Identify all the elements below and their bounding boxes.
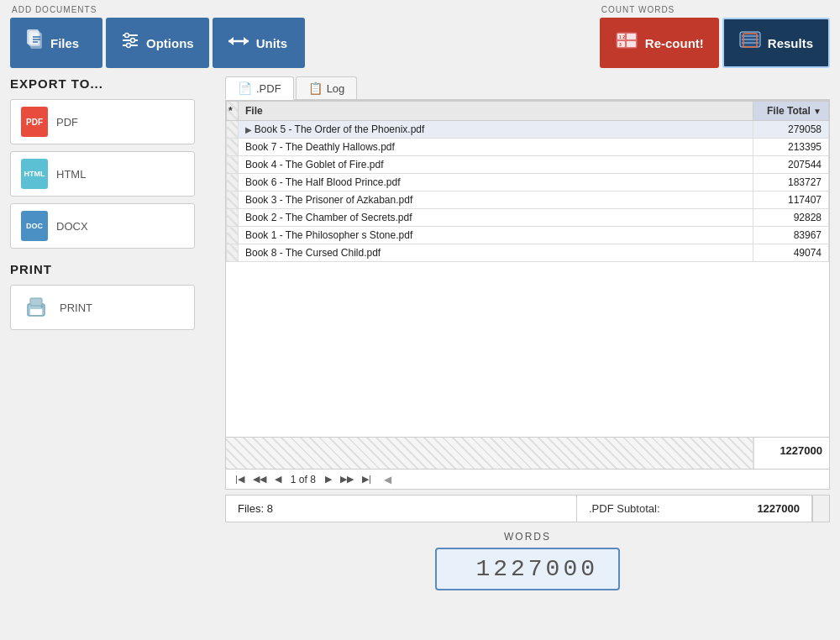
count-words-label: COUNT WORDS	[600, 5, 830, 14]
row-star-cell	[227, 191, 239, 209]
row-file-total: 83967	[753, 227, 829, 244]
words-section: WORDS 1227000	[225, 531, 830, 599]
svg-marker-14	[244, 37, 249, 45]
scroll-indicator: ◀	[384, 474, 391, 485]
results-button-label: Results	[768, 36, 813, 50]
svg-rect-28	[30, 309, 42, 315]
add-documents-buttons: Files Options	[10, 18, 305, 68]
tab-log-label: Log	[327, 82, 345, 95]
export-html-button[interactable]: HTML HTML	[10, 151, 195, 197]
table-row[interactable]: Book 8 - The Cursed Child.pdf49074	[227, 244, 829, 262]
row-file-total: 183727	[753, 174, 829, 191]
total-hatch	[226, 438, 753, 469]
svg-marker-13	[228, 37, 234, 45]
tab-pdf-icon: 📄	[238, 81, 252, 95]
row-file-name[interactable]: Book 7 - The Deathly Hallows.pdf	[239, 139, 753, 156]
svg-point-30	[41, 306, 44, 308]
svg-point-9	[125, 34, 129, 38]
page-prev-button[interactable]: ◀	[272, 473, 284, 485]
options-button[interactable]: Options	[106, 18, 209, 68]
row-star-cell	[227, 209, 239, 227]
page-next-button[interactable]: ▶	[323, 473, 334, 485]
table-row[interactable]: Book 4 - The Goblet of Fire.pdf207544	[227, 156, 829, 174]
page-first-button[interactable]: |◀	[233, 473, 247, 485]
svg-rect-18	[627, 34, 636, 39]
export-docx-label: DOCX	[56, 220, 88, 233]
files-button-label: Files	[50, 36, 79, 50]
page-last-button[interactable]: ▶|	[360, 473, 374, 485]
tab-pdf[interactable]: 📄 .PDF	[225, 76, 294, 100]
footer-bar: Files: 8 .PDF Subtotal: 1227000	[225, 495, 830, 522]
sidebar: EXPORT TO... PDF PDF HTML HTML DOC DOCX …	[10, 76, 212, 599]
sort-arrow: ▼	[813, 107, 822, 116]
results-button[interactable]: Results	[722, 18, 830, 68]
pdf-icon: PDF	[21, 107, 48, 137]
files-button[interactable]: Files	[10, 18, 102, 68]
row-file-name[interactable]: Book 4 - The Goblet of Fire.pdf	[239, 156, 753, 174]
html-icon: HTML	[21, 159, 48, 189]
files-icon	[25, 29, 44, 56]
tab-pdf-label: .PDF	[256, 82, 281, 95]
export-title: EXPORT TO...	[10, 76, 212, 91]
row-star-cell	[227, 121, 239, 139]
row-file-total: 279058	[753, 121, 829, 139]
main-content: EXPORT TO... PDF PDF HTML HTML DOC DOCX …	[0, 68, 840, 607]
print-button[interactable]: PRINT	[10, 285, 195, 330]
print-icon	[21, 292, 51, 323]
row-star-cell	[227, 156, 239, 174]
footer-scroll[interactable]	[812, 496, 829, 522]
svg-point-10	[131, 39, 135, 43]
svg-rect-2	[30, 33, 42, 49]
row-file-name[interactable]: Book 2 - The Chamber of Secrets.pdf	[239, 209, 753, 227]
table-row[interactable]: Book 7 - The Deathly Hallows.pdf213395	[227, 139, 829, 156]
svg-text:3: 3	[619, 42, 622, 47]
recount-button[interactable]: 1 2 3 Re-count!	[600, 18, 719, 68]
table-row[interactable]: Book 1 - The Philosopher s Stone.pdf8396…	[227, 227, 829, 244]
table-row[interactable]: ▶ Book 5 - The Order of the Phoenix.pdf2…	[227, 121, 829, 139]
print-label: PRINT	[60, 302, 92, 314]
row-file-total: 117407	[753, 191, 829, 209]
col-star: *	[227, 102, 239, 121]
page-prev-prev-button[interactable]: ◀◀	[250, 473, 269, 485]
export-pdf-button[interactable]: PDF PDF	[10, 99, 195, 144]
row-file-name[interactable]: ▶ Book 5 - The Order of the Phoenix.pdf	[239, 121, 753, 139]
table-row[interactable]: Book 3 - The Prisoner of Azkaban.pdf1174…	[227, 191, 829, 209]
col-total-header[interactable]: File Total ▼	[753, 102, 829, 121]
words-display: 1227000	[435, 548, 620, 590]
row-file-name[interactable]: Book 8 - The Cursed Child.pdf	[239, 244, 753, 262]
footer-subtotal-label: .PDF Subtotal:	[589, 502, 660, 515]
svg-point-11	[127, 44, 131, 48]
row-star-cell	[227, 139, 239, 156]
svg-rect-19	[627, 41, 636, 47]
pagination-bar: |◀ ◀◀ ◀ 1 of 8 ▶ ▶▶ ▶| ◀	[225, 470, 830, 490]
row-file-total: 92828	[753, 209, 829, 227]
add-documents-label: ADD DOCUMENTS	[10, 5, 305, 14]
table-row[interactable]: Book 2 - The Chamber of Secrets.pdf92828	[227, 209, 829, 227]
file-table-container: * File File Total ▼ ▶ Book 5 - The Order…	[225, 100, 830, 438]
row-file-name[interactable]: Book 3 - The Prisoner of Azkaban.pdf	[239, 191, 753, 209]
add-documents-group: ADD DOCUMENTS Files	[10, 5, 305, 68]
print-title: PRINT	[10, 262, 212, 276]
count-words-buttons: 1 2 3 Re-count! Results	[600, 18, 830, 68]
export-docx-button[interactable]: DOC DOCX	[10, 203, 195, 249]
units-button[interactable]: Units	[213, 18, 305, 68]
toolbar: ADD DOCUMENTS Files	[0, 0, 840, 68]
footer-subtotal-value: 1227000	[677, 502, 800, 515]
page-info: 1 of 8	[291, 474, 316, 485]
words-label: WORDS	[225, 531, 830, 543]
print-section: PRINT PRINT	[10, 262, 212, 330]
file-table: * File File Total ▼ ▶ Book 5 - The Order…	[226, 101, 829, 262]
page-next-next-button[interactable]: ▶▶	[338, 473, 356, 485]
tab-log[interactable]: 📋 Log	[296, 76, 358, 99]
row-file-name[interactable]: Book 1 - The Philosopher s Stone.pdf	[239, 227, 753, 244]
right-content: 📄 .PDF 📋 Log * File File Total ▼	[225, 76, 830, 599]
export-pdf-label: PDF	[56, 116, 78, 129]
docx-icon: DOC	[21, 211, 48, 241]
footer-files-count: Files: 8	[226, 496, 577, 522]
row-star-cell	[227, 227, 239, 244]
table-row[interactable]: Book 6 - The Half Blood Prince.pdf183727	[227, 174, 829, 191]
col-file-header[interactable]: File	[239, 102, 753, 121]
row-file-total: 213395	[753, 139, 829, 156]
row-file-total: 49074	[753, 244, 829, 262]
row-file-name[interactable]: Book 6 - The Half Blood Prince.pdf	[239, 174, 753, 191]
